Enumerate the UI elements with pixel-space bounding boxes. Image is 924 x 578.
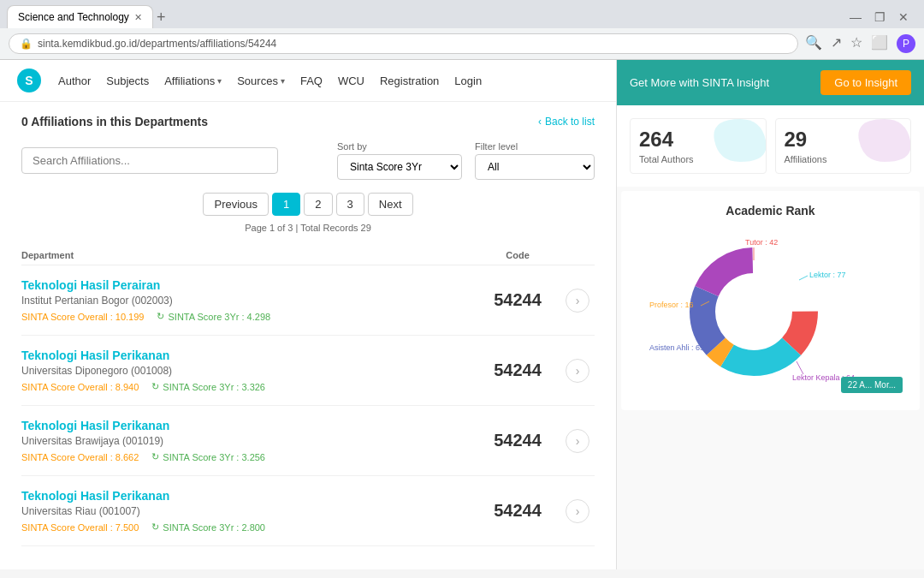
search-input[interactable] <box>21 147 278 174</box>
date-badge: 22 A... Mor... <box>841 377 903 393</box>
dept-affiliation-3: Universitas Riau (001007) <box>21 505 458 517</box>
active-tab[interactable]: Science and Technology ✕ <box>7 5 153 28</box>
dept-name-0[interactable]: Teknologi Hasil Perairan <box>21 278 458 292</box>
sort-select[interactable]: Sinta Score 3Yr Sinta Score Overall Name <box>337 154 462 180</box>
dept-scores-2: SINTA Score Overall : 8.662 ↻ SINTA Scor… <box>21 451 458 462</box>
dept-scores-1: SINTA Score Overall : 8.940 ↻ SINTA Scor… <box>21 381 458 392</box>
go-to-insight-button[interactable]: Go to Insight <box>820 70 911 95</box>
donut-hole <box>720 277 788 346</box>
nav-wcu[interactable]: WCU <box>338 74 364 87</box>
col-action-header <box>560 250 595 260</box>
dept-affiliation-0: Institut Pertanian Bogor (002003) <box>21 295 458 307</box>
filter-select[interactable]: All Level 1 Level 2 Level 3 <box>475 154 595 180</box>
profesor-label: Profesor : 16 <box>649 301 694 309</box>
score-3yr-1: ↻ SINTA Score 3Yr : 3.326 <box>151 381 265 392</box>
page-header: 0 Affiliations in this Departments ‹ Bac… <box>21 115 595 128</box>
sort-filter-group: Sort by Sinta Score 3Yr Sinta Score Over… <box>337 141 595 180</box>
profile-icon[interactable]: P <box>897 34 915 53</box>
nav-registration[interactable]: Registration <box>380 74 439 87</box>
search-filter-bar: Sort by Sinta Score 3Yr Sinta Score Over… <box>21 141 595 180</box>
donut-chart: Tutor : 42 Lektor : 77 Profesor : 16 Asi… <box>643 226 899 397</box>
score-overall-2: SINTA Score Overall : 8.662 <box>21 452 139 462</box>
close-window-icon[interactable]: ✕ <box>898 10 909 24</box>
stat-bg-shape-1 <box>710 118 767 166</box>
nav-login[interactable]: Login <box>454 74 482 87</box>
next-button[interactable]: Next <box>368 193 413 216</box>
dept-info-3: Teknologi Hasil Perikanan Universitas Ri… <box>21 489 475 533</box>
address-bar: 🔒 sinta.kemdikbud.go.id/departments/affi… <box>0 28 924 59</box>
dept-code-0: 54244 <box>475 290 560 310</box>
nav-links: Author Subjects Affiliations ▾ Sources ▾… <box>58 74 482 87</box>
right-panel: Get More with SINTA Insight Go to Insigh… <box>616 60 924 569</box>
new-tab-button[interactable]: + <box>157 9 166 25</box>
sort-label: Sort by <box>337 141 462 152</box>
dept-name-2[interactable]: Teknologi Hasil Perikanan <box>21 419 458 432</box>
score-overall-1: SINTA Score Overall : 8.940 <box>21 382 139 392</box>
tab-bar: Science and Technology ✕ + — ❐ ✕ <box>0 0 924 28</box>
insight-banner: Get More with SINTA Insight Go to Insigh… <box>617 60 924 105</box>
chevron-left-icon: ‹ <box>538 116 542 128</box>
lektor-line <box>799 276 808 280</box>
refresh-icon-2: ↻ <box>151 451 159 462</box>
chart-title: Academic Rank <box>634 204 907 217</box>
stats-row: 264 Total Authors 29 Affiliations <box>617 105 924 187</box>
share-icon[interactable]: ↗ <box>831 34 842 53</box>
dept-name-3[interactable]: Teknologi Hasil Perikanan <box>21 489 458 503</box>
lock-icon: 🔒 <box>20 38 33 50</box>
refresh-icon-0: ↻ <box>157 311 164 322</box>
page-2-button[interactable]: 2 <box>304 193 332 216</box>
dept-code-2: 54244 <box>475 431 560 450</box>
dept-affiliation-2: Universitas Brawijaya (001019) <box>21 435 458 447</box>
nav-affiliations[interactable]: Affiliations ▾ <box>164 74 222 87</box>
maximize-icon[interactable]: ❐ <box>874 10 886 24</box>
affiliations-dropdown-icon: ▾ <box>217 76 222 86</box>
dept-detail-button-3[interactable]: › <box>566 499 589 523</box>
url-bar[interactable]: 🔒 sinta.kemdikbud.go.id/departments/affi… <box>9 33 798 54</box>
score-overall-3: SINTA Score Overall : 7.500 <box>21 522 139 533</box>
prev-button[interactable]: Previous <box>203 193 269 216</box>
page-title: 0 Affiliations in this Departments <box>21 115 208 128</box>
score-overall-0: SINTA Score Overall : 10.199 <box>21 312 144 322</box>
dept-code-1: 54244 <box>475 361 560 380</box>
total-authors-card: 264 Total Authors <box>630 118 767 174</box>
nav-sources[interactable]: Sources ▾ <box>237 74 285 87</box>
page-1-button[interactable]: 1 <box>272 193 300 216</box>
minimize-icon[interactable]: — <box>850 10 862 24</box>
table-row: Teknologi Hasil Perairan Institut Pertan… <box>21 265 595 336</box>
extensions-icon[interactable]: ⬜ <box>871 34 888 53</box>
filter-level-group: Filter level All Level 1 Level 2 Level 3 <box>475 141 595 180</box>
pagination: Previous 1 2 3 Next <box>21 193 595 216</box>
tutor-label: Tutor : 42 <box>745 238 778 247</box>
page-info: Page 1 of 3 | Total Records 29 <box>21 223 595 233</box>
page-3-button[interactable]: 3 <box>336 193 364 216</box>
nav-author[interactable]: Author <box>58 74 91 87</box>
sources-dropdown-icon: ▾ <box>281 76 285 86</box>
browser-actions: 🔍 ↗ ☆ ⬜ P <box>805 34 915 53</box>
filter-label: Filter level <box>475 141 595 152</box>
dept-arrow-0: › <box>560 289 595 313</box>
refresh-icon-1: ↻ <box>151 381 159 392</box>
chart-wrapper: Tutor : 42 Lektor : 77 Profesor : 16 Asi… <box>634 226 907 397</box>
dept-detail-button-1[interactable]: › <box>566 359 589 383</box>
window-controls: — ❐ ✕ <box>841 7 917 27</box>
navbar: S Author Subjects Affiliations ▾ Sources… <box>0 60 616 102</box>
dept-detail-button-0[interactable]: › <box>566 289 589 313</box>
dept-detail-button-2[interactable]: › <box>566 429 589 453</box>
dept-name-1[interactable]: Teknologi Hasil Perikanan <box>21 349 458 362</box>
back-to-list-link[interactable]: ‹ Back to list <box>538 116 595 128</box>
sort-group: Sort by Sinta Score 3Yr Sinta Score Over… <box>337 141 462 180</box>
dept-arrow-1: › <box>560 359 595 383</box>
nav-faq[interactable]: FAQ <box>300 74 323 87</box>
bookmark-icon[interactable]: ☆ <box>850 34 862 53</box>
search-icon[interactable]: 🔍 <box>805 34 822 53</box>
dept-scores-3: SINTA Score Overall : 7.500 ↻ SINTA Scor… <box>21 521 458 533</box>
dept-info-2: Teknologi Hasil Perikanan Universitas Br… <box>21 419 475 462</box>
table-row: Teknologi Hasil Perikanan Universitas Ri… <box>21 476 595 546</box>
tab-close-icon[interactable]: ✕ <box>134 12 142 23</box>
col-dept-header: Department <box>21 250 475 260</box>
table-row: Teknologi Hasil Perikanan Universitas Br… <box>21 406 595 476</box>
dept-scores-0: SINTA Score Overall : 10.199 ↻ SINTA Sco… <box>21 311 458 322</box>
academic-rank-section: Academic Rank <box>621 191 920 410</box>
nav-subjects[interactable]: Subjects <box>106 74 149 87</box>
insight-banner-text: Get More with SINTA Insight <box>630 76 769 89</box>
